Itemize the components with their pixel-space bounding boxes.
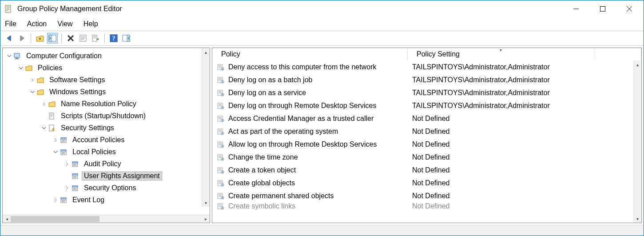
svg-rect-105 [219,168,222,169]
export-list-button[interactable] [90,33,101,44]
list-row[interactable]: Allow log on through Remote Desktop Serv… [212,138,641,151]
svg-rect-53 [61,198,66,199]
show-hide-action-pane-button[interactable] [121,33,131,44]
tree-horizontal-scrollbar[interactable]: ◂ ▸ [3,215,210,223]
svg-rect-70 [219,92,222,93]
folder-icon [25,64,33,72]
menu-view[interactable]: View [57,20,72,28]
list-row[interactable]: Create symbolic linksNot Defined [212,202,641,211]
chevron-right-icon[interactable] [52,138,59,142]
forward-button[interactable] [16,33,27,44]
list-body[interactable]: Deny access to this computer from the ne… [212,60,641,223]
svg-point-120 [222,197,223,198]
delete-button[interactable] [65,33,76,44]
list-row[interactable]: Change the time zoneNot Defined [212,151,641,164]
tree-node[interactable]: Security Settings [3,122,210,134]
tree-node[interactable]: Scripts (Startup/Shutdown) [3,110,210,122]
chevron-right-icon[interactable] [52,198,59,202]
tree-vertical-scrollbar[interactable]: ▴ ▾ [202,48,210,207]
policy-item-icon [217,153,225,161]
tree-node[interactable]: Event Log [3,194,210,206]
svg-rect-37 [61,150,66,151]
list-row[interactable]: Deny log on as a batch jobTAILSPINTOYS\A… [212,73,641,86]
scroll-up-icon[interactable]: ▴ [202,48,210,56]
maximize-button[interactable] [589,0,616,17]
menu-action[interactable]: Action [27,20,47,28]
help-button[interactable]: ? [108,33,119,44]
tree-node[interactable]: User Rights Assignment [3,170,210,182]
folder-icon [48,100,56,108]
list-row[interactable]: Create global objectsNot Defined [212,176,641,189]
tree-node[interactable]: Account Policies [3,134,210,146]
list-row[interactable]: Act as part of the operating systemNot D… [212,125,641,138]
tree-node[interactable]: Windows Settings [3,86,210,98]
policy-item-icon [217,128,225,136]
forward-icon [17,34,26,43]
scroll-down-icon[interactable]: ▾ [634,215,641,223]
chevron-right-icon[interactable] [41,102,47,106]
chevron-right-icon[interactable] [29,78,36,82]
svg-rect-91 [222,133,223,134]
tree-node[interactable]: Software Settings [3,74,210,86]
up-folder-button[interactable] [35,33,45,44]
close-button[interactable] [616,0,643,17]
export-list-icon [91,34,100,43]
list-row[interactable]: Deny log on as a serviceTAILSPINTOYS\Adm… [212,86,641,99]
tree-node[interactable]: Audit Policy [3,158,210,170]
policy-node-icon [60,136,68,144]
list-vertical-scrollbar[interactable]: ▴▾ [633,60,641,223]
chevron-down-icon[interactable] [52,150,59,154]
menu-help[interactable]: Help [83,20,98,28]
scrollbar-thumb[interactable] [11,216,99,222]
policy-item-icon [217,115,225,123]
scroll-right-icon[interactable]: ▸ [202,215,210,223]
show-hide-tree-button[interactable] [47,33,58,44]
list-row[interactable]: Create permanent shared objectsNot Defin… [212,189,641,202]
minimize-button[interactable] [563,0,589,17]
policy-setting: Not Defined [408,140,594,148]
policy-name: Change the time zone [228,153,298,161]
back-button[interactable] [4,33,15,44]
properties-button[interactable] [78,33,88,44]
folder-icon [36,76,44,84]
tree-scroll-area[interactable]: Computer ConfigurationPoliciesSoftware S… [3,48,210,215]
list-row[interactable]: Deny log on through Remote Desktop Servi… [212,99,641,112]
tree-node[interactable]: Local Policies [3,146,210,158]
scroll-left-icon[interactable]: ◂ [3,215,11,223]
svg-rect-112 [219,183,222,184]
menu-file[interactable]: File [5,20,16,28]
policy-name: Deny log on through Remote Desktop Servi… [228,102,377,110]
chevron-right-icon[interactable] [64,186,70,190]
svg-rect-103 [222,159,223,160]
tree-node[interactable]: Policies [3,62,210,74]
toolbar-separator [104,33,105,43]
column-header-policy[interactable]: Policy [212,48,408,60]
svg-point-78 [222,107,223,108]
toolbar: ? [0,31,644,46]
svg-point-96 [222,145,223,146]
chevron-right-icon[interactable] [64,162,70,166]
svg-rect-69 [219,91,222,92]
list-row[interactable]: Deny access to this computer from the ne… [212,60,641,73]
policy-name: Deny access to this computer from the ne… [228,63,376,71]
svg-rect-123 [219,204,222,205]
chevron-down-icon[interactable] [29,90,36,94]
policy-item-icon [217,63,225,71]
scroll-up-icon[interactable]: ▴ [634,60,641,68]
column-header-setting[interactable]: Policy Setting▾ [408,48,594,60]
chevron-down-icon[interactable] [6,54,12,58]
svg-rect-121 [222,198,223,199]
svg-rect-79 [222,108,223,108]
tree-node[interactable]: Security Options [3,182,210,194]
list-row[interactable]: Create a token objectNot Defined [212,164,641,176]
scroll-down-icon[interactable]: ▾ [202,199,210,207]
list-row[interactable]: Access Credential Manager as a trusted c… [212,112,641,125]
tree-node-label: Account Policies [70,136,127,144]
tree-node[interactable]: Name Resolution Policy [3,98,210,110]
tree-node-label: Local Policies [70,148,118,156]
chevron-down-icon[interactable] [41,126,47,130]
chevron-down-icon[interactable] [18,66,24,70]
tree-node[interactable]: Computer Configuration [3,50,210,62]
main-area: Computer ConfigurationPoliciesSoftware S… [0,46,644,225]
show-hide-tree-icon [48,34,57,43]
